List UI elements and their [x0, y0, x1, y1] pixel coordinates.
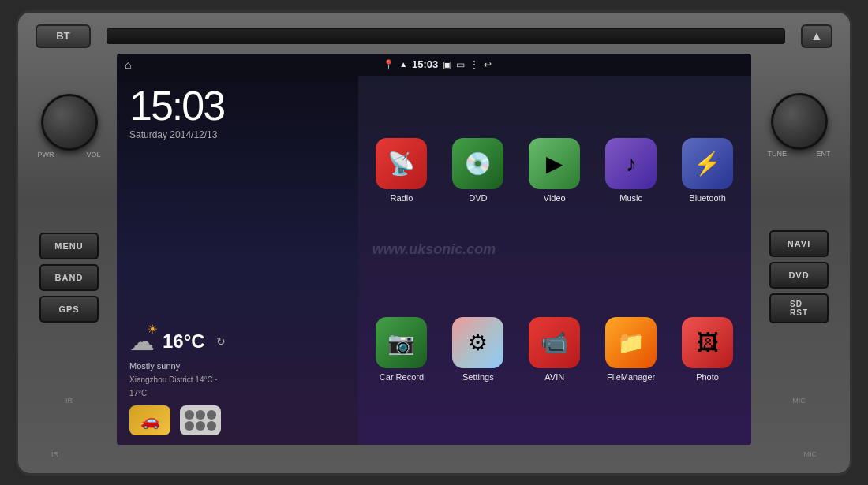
car-widget[interactable]: 🚗 [129, 405, 170, 435]
menu-button[interactable]: MENU [39, 233, 99, 259]
screen-content: 15:03 Saturday 2014/12/13 ☁ ☀ 16°C ↻ [117, 76, 751, 445]
app-label-radio: Radio [391, 193, 413, 203]
tuner-knob-group: TUNE ENT [768, 93, 831, 158]
app-label-music: Music [619, 193, 642, 203]
mic-bottom-label: MIC [804, 450, 817, 458]
info-panel: 15:03 Saturday 2014/12/13 ☁ ☀ 16°C ↻ [117, 76, 358, 445]
clock-display: 15:03 [129, 85, 346, 126]
app-radio[interactable]: 📡Radio [368, 85, 436, 256]
right-side-buttons: NAVI DVD SDRST [769, 230, 829, 323]
tuner-labels: TUNE ENT [768, 150, 831, 158]
main-body: PWR VOL MENU BAND GPS IR ⌂ 📍 [28, 54, 840, 445]
app-label-photo: Photo [696, 372, 719, 382]
app-label-settings: Settings [462, 372, 494, 382]
wifi-icon: ▲ [399, 60, 407, 69]
pwr-vol-labels: PWR VOL [38, 151, 101, 159]
refresh-icon[interactable]: ↻ [216, 335, 226, 348]
ir-label: IR [65, 397, 73, 405]
media-icon: ▣ [443, 59, 451, 70]
status-center: 📍 ▲ 15:03 ▣ ▭ ⋮ ↩ [383, 58, 492, 70]
temperature-display: 16°C [163, 330, 205, 353]
app-label-video: Video [544, 193, 566, 203]
location-icon: 📍 [383, 59, 395, 70]
grid-dot-3 [207, 410, 216, 420]
app-label-dvd: DVD [469, 193, 487, 203]
tuner-knob[interactable] [771, 93, 828, 150]
left-panel: PWR VOL MENU BAND GPS IR [28, 54, 110, 445]
ir-bottom-label: IR [51, 450, 58, 458]
app-icon-img-music: ♪ [605, 138, 657, 189]
sdrst-button[interactable]: SDRST [769, 293, 829, 323]
app-icon-img-bluetooth: ⚡ [682, 138, 733, 189]
status-left: ⌂ [125, 58, 131, 71]
left-side-buttons: MENU BAND GPS [39, 233, 99, 323]
menu-dots-icon[interactable]: ⋮ [470, 59, 479, 70]
bottom-bar: IR MIC [28, 445, 840, 464]
grid-dot-1 [185, 410, 194, 420]
app-photo[interactable]: 🖼Photo [673, 264, 742, 435]
app-music[interactable]: ♪Music [597, 85, 665, 256]
weather-row: ☁ ☀ 16°C ↻ [129, 326, 346, 356]
app-icon-img-carrecord: 📷 [376, 317, 427, 368]
weather-desc: Mostly sunny [129, 361, 346, 371]
home-icon[interactable]: ⌂ [125, 58, 131, 71]
apps-widget[interactable] [180, 405, 221, 435]
ent-label: ENT [817, 150, 831, 158]
dvd-button[interactable]: DVD [769, 262, 829, 289]
band-button[interactable]: BAND [39, 264, 99, 291]
app-icon-img-filemanager: 📁 [605, 317, 657, 368]
top-bar: BT ▲ [28, 19, 840, 54]
tune-label: TUNE [768, 150, 788, 158]
head-unit: BT ▲ PWR VOL MENU BAND GPS IR [16, 10, 852, 476]
app-avin[interactable]: 📹AVIN [520, 264, 589, 435]
app-label-filemanager: FileManager [607, 372, 655, 382]
app-icon-img-photo: 🖼 [682, 317, 733, 368]
pwr-label: PWR [38, 151, 54, 159]
bottom-widgets: 🚗 [129, 405, 346, 435]
app-video[interactable]: ▶Video [520, 85, 589, 256]
app-label-avin: AVIN [544, 372, 564, 382]
app-icon-img-settings: ⚙ [452, 317, 503, 368]
status-time: 15:03 [412, 58, 438, 70]
screen-icon: ▭ [456, 59, 465, 70]
weather-location: Xiangzhou District 14°C~ [129, 375, 346, 384]
vol-knob-group: PWR VOL [38, 94, 101, 159]
right-panel: TUNE ENT NAVI DVD SDRST MIC [758, 54, 840, 445]
app-label-carrecord: Car Record [380, 372, 424, 382]
app-filemanager[interactable]: 📁FileManager [597, 264, 665, 435]
weather-location2: 17°C [129, 389, 346, 397]
vol-label: VOL [86, 151, 100, 159]
app-bluetooth[interactable]: ⚡Bluetooth [673, 85, 742, 256]
app-label-bluetooth: Bluetooth [689, 193, 725, 203]
app-dvd[interactable]: 💿DVD [443, 85, 512, 256]
weather-section: ☁ ☀ 16°C ↻ Mostly sunny Xiangzhou Distri… [129, 326, 346, 397]
vol-knob[interactable] [41, 94, 98, 151]
app-icon-img-dvd: 💿 [452, 138, 503, 189]
weather-sun-icon: ☀ [147, 322, 158, 337]
cd-slot [107, 28, 785, 44]
gps-button[interactable]: GPS [39, 296, 99, 323]
app-carrecord[interactable]: 📷Car Record [368, 264, 436, 435]
navi-button[interactable]: NAVI [769, 230, 829, 257]
grid-dot-4 [185, 421, 194, 431]
eject-button[interactable]: ▲ [801, 24, 832, 48]
back-icon[interactable]: ↩ [484, 59, 492, 70]
screen-container: ⌂ 📍 ▲ 15:03 ▣ ▭ ⋮ ↩ [117, 54, 751, 445]
date-display: Saturday 2014/12/13 [129, 129, 346, 140]
mic-label: MIC [792, 397, 806, 405]
screen: ⌂ 📍 ▲ 15:03 ▣ ▭ ⋮ ↩ [117, 54, 751, 445]
app-icon-img-radio: 📡 [376, 138, 427, 189]
status-bar: ⌂ 📍 ▲ 15:03 ▣ ▭ ⋮ ↩ [117, 54, 751, 76]
bt-button[interactable]: BT [36, 24, 91, 48]
app-icon-img-video: ▶ [529, 138, 580, 189]
apps-grid: 📡Radio💿DVD▶Video♪Music⚡Bluetooth📷Car Rec… [358, 76, 751, 445]
app-icon-img-avin: 📹 [529, 317, 580, 368]
app-settings[interactable]: ⚙Settings [443, 264, 512, 435]
grid-dot-5 [196, 421, 205, 431]
grid-dot-2 [196, 410, 205, 420]
grid-dot-6 [207, 421, 216, 431]
